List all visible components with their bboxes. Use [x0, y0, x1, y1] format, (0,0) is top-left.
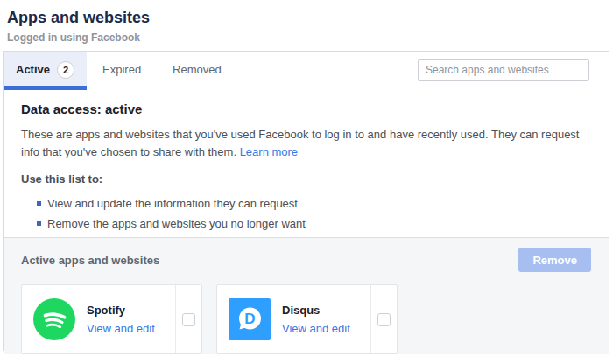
active-apps-section: Active apps and websites Remove Spo: [4, 237, 609, 354]
card-main: D Disqus View and edit: [217, 285, 370, 354]
active-apps-header: Active apps and websites Remove: [21, 247, 591, 273]
learn-more-link[interactable]: Learn more: [240, 145, 298, 158]
svg-text:D: D: [244, 311, 255, 327]
card-text: Spotify View and edit: [87, 304, 155, 336]
description-text: These are apps and websites that you've …: [21, 128, 579, 158]
tab-expired[interactable]: Expired: [87, 52, 157, 88]
page-header: Apps and websites Logged in using Facebo…: [0, 0, 613, 44]
tab-active-label: Active: [16, 63, 50, 76]
apps-panel: Active 2 Expired Removed Data access: ac…: [3, 51, 609, 351]
app-checkbox[interactable]: [377, 313, 391, 326]
active-count-badge: 2: [57, 61, 74, 79]
app-cards-row: Spotify View and edit D: [21, 284, 591, 354]
tab-bar: Active 2 Expired Removed: [4, 52, 609, 88]
list-item: Remove the apps and websites you no long…: [37, 214, 591, 234]
search-input[interactable]: [418, 60, 589, 80]
page-subtitle: Logged in using Facebook: [7, 32, 613, 44]
page-title: Apps and websites: [7, 8, 613, 27]
usage-list: View and update the information they can…: [21, 193, 591, 234]
active-apps-heading: Active apps and websites: [21, 254, 159, 267]
app-card-disqus: D Disqus View and edit: [216, 284, 398, 354]
tab-expired-label: Expired: [102, 63, 141, 76]
card-text: Disqus View and edit: [282, 304, 350, 336]
view-and-edit-link[interactable]: View and edit: [87, 322, 155, 335]
app-name: Spotify: [87, 304, 155, 317]
app-card-spotify: Spotify View and edit: [21, 284, 202, 354]
disqus-icon: D: [229, 298, 271, 340]
tab-removed-label: Removed: [173, 63, 222, 76]
data-access-section: Data access: active These are apps and w…: [4, 88, 609, 237]
list-item: View and update the information they can…: [37, 193, 591, 214]
app-name: Disqus: [282, 304, 350, 317]
checkbox-column: [370, 285, 397, 354]
card-main: Spotify View and edit: [22, 285, 175, 354]
tab-removed[interactable]: Removed: [157, 52, 237, 88]
remove-button[interactable]: Remove: [518, 248, 591, 272]
tab-active[interactable]: Active 2: [4, 52, 87, 88]
data-access-heading: Data access: active: [21, 102, 591, 116]
data-access-description: These are apps and websites that you've …: [21, 126, 590, 161]
list-intro: Use this list to:: [21, 172, 591, 186]
app-checkbox[interactable]: [182, 313, 195, 326]
spotify-icon: [33, 298, 75, 340]
checkbox-column: [175, 285, 201, 354]
view-and-edit-link[interactable]: View and edit: [282, 322, 350, 335]
